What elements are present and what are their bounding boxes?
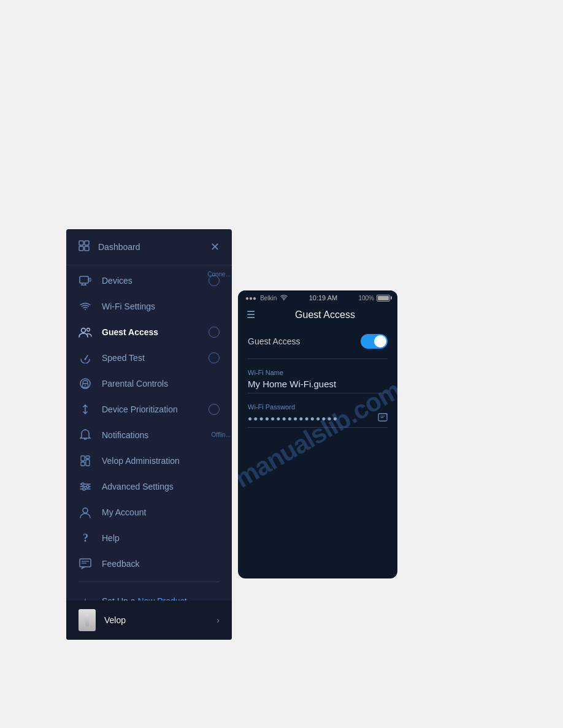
sidebar-header-label: Dashboard <box>98 242 140 252</box>
phone-body: Guest Access Wi-Fi Name My Home Wi-Fi.gu… <box>238 325 397 578</box>
sidebar-item-label-advanced: Advanced Settings <box>102 482 220 491</box>
svg-rect-19 <box>86 460 90 466</box>
sidebar-item-label-priority: Device Prioritization <box>102 404 209 414</box>
settings-icon <box>79 480 92 493</box>
sidebar-item-label-speed: Speed Test <box>102 353 209 363</box>
battery-area: 100% <box>358 295 390 301</box>
time-display: 10:19 AM <box>309 294 337 301</box>
devices-icon <box>79 274 92 287</box>
sidebar-item-notifications[interactable]: Notifications <box>66 422 232 448</box>
wifi-status-icon <box>280 294 288 301</box>
svg-point-9 <box>82 328 86 333</box>
svg-rect-16 <box>81 456 85 461</box>
bell-icon <box>79 428 92 442</box>
signal-indicators: ●●● Belkin <box>245 294 288 301</box>
svg-point-24 <box>86 485 89 488</box>
velop-device-icon <box>79 609 96 631</box>
phone-header: ☰ Guest Access <box>238 304 397 325</box>
signal-dots: ●●● <box>245 295 256 301</box>
sidebar-item-label-account: My Account <box>102 507 220 517</box>
svg-rect-4 <box>80 276 88 283</box>
svg-rect-3 <box>85 246 89 251</box>
svg-rect-8 <box>89 278 91 281</box>
help-icon: ? <box>79 531 92 545</box>
svg-point-23 <box>82 483 84 485</box>
sidebar-item-label-guest: Guest Access <box>102 327 209 337</box>
sidebar-item-label-parental: Parental Controls <box>102 379 220 389</box>
toggle-knob <box>374 335 386 347</box>
carrier-label: Belkin <box>260 295 277 301</box>
sidebar-item-help[interactable]: ? Help <box>66 525 232 551</box>
guest-access-toggle[interactable] <box>361 334 388 349</box>
guest-icon <box>79 325 92 339</box>
wifi-name-label: Wi-Fi Name <box>248 369 388 376</box>
wifi-password-label: Wi-Fi Password <box>248 403 388 411</box>
add-product-text: Set Up a New Product <box>102 596 187 601</box>
svg-point-26 <box>83 508 88 513</box>
svg-rect-1 <box>85 241 89 245</box>
sidebar-header-content: Dashboard <box>79 240 140 254</box>
hamburger-icon[interactable]: ☰ <box>247 309 255 320</box>
wifi-icon <box>79 300 92 313</box>
sidebar-item-wifi[interactable]: Wi-Fi Settings <box>66 294 232 319</box>
sidebar-item-guest-access[interactable]: Guest Access <box>66 319 232 345</box>
priority-icon <box>79 403 92 416</box>
sidebar-item-add-product[interactable]: ＋ Set Up a New Product <box>66 587 232 601</box>
svg-point-31 <box>283 299 285 300</box>
sidebar-item-label-wifi: Wi-Fi Settings <box>102 301 220 311</box>
svg-point-12 <box>85 358 86 360</box>
phone-screen-title: Guest Access <box>261 309 389 320</box>
speed-status-circle <box>209 352 220 363</box>
battery-percent: 100% <box>358 295 374 301</box>
sidebar-item-label-devices: Devices <box>102 276 209 286</box>
sidebar-item-feedback[interactable]: Feedback <box>66 551 232 577</box>
battery-icon <box>377 295 390 301</box>
svg-point-25 <box>83 488 85 490</box>
page-wrapper: Dashboard ✕ Devices <box>0 0 563 728</box>
svg-rect-17 <box>81 462 85 466</box>
phone-mockup: manualslib.com ●●● Belkin 10:19 <box>238 290 397 578</box>
account-icon <box>79 506 92 519</box>
sidebar-item-priority[interactable]: Device Prioritization <box>66 396 232 422</box>
sidebar-header: Dashboard ✕ <box>66 229 232 265</box>
status-connected: Conne... <box>207 271 231 278</box>
footer-label: Velop <box>104 615 216 625</box>
sidebar-item-account[interactable]: My Account <box>66 499 232 525</box>
svg-rect-0 <box>79 241 83 245</box>
status-offline: Offlin... <box>212 431 231 438</box>
svg-rect-18 <box>86 456 90 458</box>
sidebar: Dashboard ✕ Devices <box>66 229 232 640</box>
sidebar-item-label-help: Help <box>102 533 220 543</box>
svg-text:?: ? <box>83 532 88 544</box>
new-product-link[interactable]: New Product <box>137 596 186 601</box>
sidebar-footer[interactable]: Velop › <box>66 601 232 640</box>
wifi-name-value: My Home Wi-Fi.guest <box>248 379 388 393</box>
sidebar-item-velop-admin[interactable]: Velop Administration <box>66 448 232 474</box>
chevron-right-icon: › <box>216 615 220 625</box>
guest-status-circle <box>209 327 220 338</box>
wifi-password-row: ●●●●●●●●●●●●●●●● <box>248 413 388 428</box>
close-icon[interactable]: ✕ <box>210 240 220 254</box>
parental-icon <box>79 377 92 390</box>
wifi-password-dots: ●●●●●●●●●●●●●●●● <box>248 414 339 423</box>
priority-status-circle <box>209 404 220 415</box>
right-panel: manualslib.com ●●● Belkin 10:19 <box>238 290 397 578</box>
guest-access-toggle-row: Guest Access <box>248 334 388 349</box>
phone-status-bar: ●●● Belkin 10:19 AM 100% <box>238 290 397 304</box>
svg-point-10 <box>87 328 90 332</box>
add-icon: ＋ <box>79 594 92 601</box>
battery-fill <box>378 296 389 300</box>
password-show-icon[interactable] <box>378 413 388 423</box>
field-divider-1 <box>248 358 388 359</box>
sidebar-nav: Devices Wi-Fi Settings <box>66 265 232 601</box>
svg-rect-2 <box>79 246 83 251</box>
wifi-password-field-group: Wi-Fi Password ●●●●●●●●●●●●●●●● <box>248 403 388 428</box>
speed-icon <box>79 351 92 365</box>
sidebar-item-parental[interactable]: Parental Controls <box>66 371 232 396</box>
dashboard-header-icon <box>79 240 90 254</box>
feedback-icon <box>79 557 92 571</box>
sidebar-item-speed-test[interactable]: Speed Test <box>66 345 232 371</box>
sidebar-item-label-notifications: Notifications <box>102 430 220 440</box>
sidebar-item-advanced[interactable]: Advanced Settings <box>66 474 232 499</box>
wifi-name-field-group: Wi-Fi Name My Home Wi-Fi.guest <box>248 369 388 393</box>
